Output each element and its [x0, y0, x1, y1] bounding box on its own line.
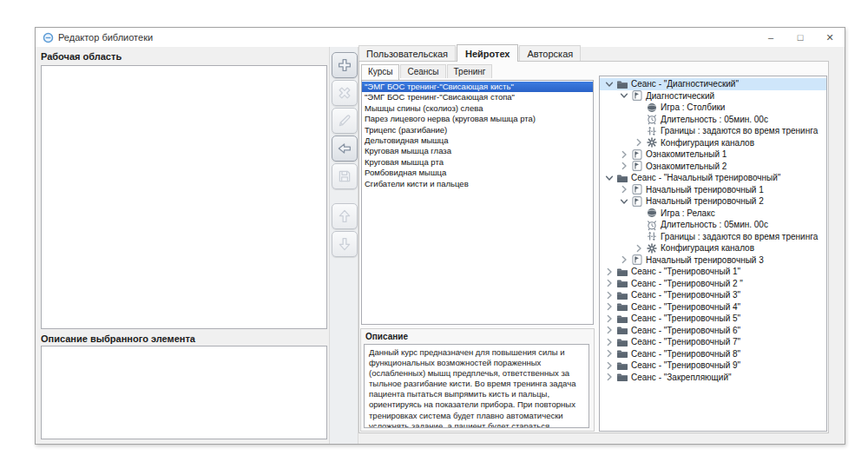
- channels-icon: [645, 242, 659, 254]
- tree-item[interactable]: Границы : задаются во время тренинга: [600, 125, 826, 137]
- tree-item-label: Длительность : 05мин. 00с: [661, 115, 768, 124]
- selected-element-description-label: Описание выбранного элемента: [41, 333, 195, 344]
- tree-item[interactable]: Сеанс - "Тренировочный 6": [600, 325, 826, 337]
- session-icon: [630, 148, 644, 161]
- course-item[interactable]: Сгибатели кисти и пальцев: [362, 179, 593, 189]
- tree-item-label: Сеанс - "Тренировочный 2 ": [631, 279, 743, 288]
- course-item[interactable]: Парез лицевого нерва (круговая мышца рта…: [362, 114, 593, 124]
- tree-item[interactable]: Сеанс - "Тренировочный 8": [600, 348, 826, 360]
- course-item[interactable]: Ромбовидная мышца: [362, 168, 593, 178]
- folder-icon: [615, 372, 629, 384]
- chevron-right-icon[interactable]: [603, 290, 615, 300]
- close-button[interactable]: ✕: [815, 28, 845, 47]
- course-item[interactable]: "ЭМГ БОС тренинг-"Свисающая стопа": [362, 92, 593, 102]
- tree-item[interactable]: Конфигурация каналов: [600, 242, 826, 254]
- folder-icon: [615, 360, 629, 372]
- tree-item[interactable]: Ознакомительный 2: [600, 161, 826, 173]
- tree-item[interactable]: Сеанс - "Диагностический": [600, 78, 826, 90]
- tree-item[interactable]: Границы : задаются во время тренинга: [600, 231, 826, 243]
- chevron-down-icon[interactable]: [603, 79, 615, 89]
- game-icon: [645, 102, 659, 114]
- description-group: Описание Данный курс предназначен для по…: [360, 328, 595, 432]
- tab-neurotech[interactable]: Нейротех: [457, 44, 518, 62]
- tree-item[interactable]: Начальный тренировочный 1: [600, 184, 826, 196]
- tree-item-label: Ознакомительный 2: [646, 162, 727, 171]
- app-icon: [43, 32, 54, 43]
- move-down-button[interactable]: [332, 231, 358, 257]
- tree-item[interactable]: Начальный тренировочный 3: [600, 254, 826, 267]
- chevron-right-icon[interactable]: [603, 372, 615, 382]
- tree-item[interactable]: Сеанс - "Закрепляющий": [600, 372, 826, 384]
- move-left-button[interactable]: [332, 135, 358, 162]
- delete-button[interactable]: [332, 80, 358, 106]
- tree-item[interactable]: Начальный тренировочный 2: [600, 195, 826, 208]
- folder-icon: [615, 336, 629, 348]
- tree-item-label: Конфигурация каналов: [661, 243, 754, 253]
- tree-item[interactable]: Сеанс - "Тренировочный 7": [600, 336, 826, 348]
- tree-item[interactable]: Сеанс - "Тренировочный 9": [600, 360, 826, 372]
- tree-item[interactable]: Конфигурация каналов: [600, 137, 826, 149]
- chevron-right-icon[interactable]: [603, 360, 615, 371]
- tree-item[interactable]: Сеанс - "Начальный тренировочный": [600, 172, 826, 184]
- subtab-training[interactable]: Тренинг: [447, 64, 493, 78]
- course-item[interactable]: Круговая мышца глаза: [362, 146, 593, 156]
- chevron-right-icon[interactable]: [618, 254, 630, 265]
- subtab-sessions[interactable]: Сеансы: [400, 64, 445, 78]
- content-tabs: КурсыСеансыТренинг: [361, 63, 493, 78]
- move-up-button[interactable]: [332, 203, 358, 229]
- course-item[interactable]: Трицепс (разгибание): [362, 125, 593, 135]
- tree-item[interactable]: Сеанс - "Тренировочный 5": [600, 313, 826, 325]
- tree-item[interactable]: Длительность : 05мин. 00с: [600, 219, 826, 231]
- tab-author[interactable]: Авторская: [519, 45, 581, 61]
- tree-item-label: Границы : задаются во время тренинга: [661, 232, 818, 241]
- description-label: Описание: [365, 332, 408, 341]
- chevron-right-icon[interactable]: [618, 161, 630, 171]
- chevron-down-icon[interactable]: [618, 196, 630, 207]
- selected-element-description-area[interactable]: [41, 346, 327, 439]
- tree-item[interactable]: Ознакомительный 1: [600, 148, 826, 161]
- course-item[interactable]: Дельтовидная мышца: [362, 135, 593, 146]
- chevron-down-icon[interactable]: [603, 173, 615, 183]
- chevron-right-icon[interactable]: [603, 325, 615, 335]
- tree-item[interactable]: Сеанс - "Тренировочный 4": [600, 301, 826, 314]
- chevron-right-icon[interactable]: [603, 267, 615, 277]
- arrow-up-icon: [337, 208, 352, 224]
- maximize-button[interactable]: □: [786, 28, 815, 47]
- tree-item[interactable]: Сеанс - "Тренировочный 3": [600, 289, 826, 301]
- tree-item-label: Ознакомительный 1: [646, 149, 727, 159]
- chevron-right-icon[interactable]: [618, 184, 630, 195]
- course-item[interactable]: Мышцы спины (сколиоз) слева: [362, 103, 593, 114]
- tree-item-label: Начальный тренировочный 1: [646, 185, 764, 195]
- add-button[interactable]: [332, 52, 358, 78]
- chevron-right-icon[interactable]: [633, 137, 645, 148]
- tree-item-label: Сеанс - "Тренировочный 7": [631, 337, 740, 346]
- chevron-right-icon[interactable]: [603, 337, 615, 347]
- work-area[interactable]: [41, 65, 327, 329]
- tree-item[interactable]: Сеанс - "Тренировочный 1": [600, 266, 826, 278]
- arrow-left-icon: [337, 141, 352, 156]
- minimize-button[interactable]: –: [756, 28, 786, 47]
- chevron-right-icon[interactable]: [603, 278, 615, 288]
- chevron-right-icon[interactable]: [618, 149, 630, 160]
- work-area-label: Рабочая область: [41, 51, 122, 62]
- folder-icon: [615, 289, 629, 301]
- chevron-right-icon[interactable]: [633, 243, 645, 254]
- subtab-courses[interactable]: Курсы: [361, 64, 399, 80]
- chevron-right-icon[interactable]: [603, 314, 615, 324]
- course-item[interactable]: "ЭМГ БОС тренинг-"Свисающая кисть": [362, 82, 593, 92]
- tree-item[interactable]: Длительность : 05мин. 00с: [600, 114, 826, 126]
- tree-item-label: Сеанс - "Тренировочный 4": [631, 302, 740, 312]
- limits-icon: [645, 125, 659, 137]
- chevron-right-icon[interactable]: [603, 348, 615, 359]
- tree-item[interactable]: Сеанс - "Тренировочный 2 ": [600, 278, 826, 290]
- tree-item[interactable]: Диагностический: [600, 90, 826, 102]
- course-item[interactable]: Круговая мышца рта: [362, 157, 593, 168]
- chevron-right-icon[interactable]: [603, 301, 615, 312]
- tab-user[interactable]: Пользовательская: [358, 45, 456, 61]
- neurotech-tab-page: КурсыСеансыТренинг "ЭМГ БОС тренинг-"Сви…: [358, 61, 829, 433]
- tree-item[interactable]: Игра : Столбики: [600, 102, 826, 114]
- edit-button[interactable]: [332, 108, 358, 134]
- tree-item[interactable]: Игра : Релакс: [600, 208, 826, 220]
- save-button[interactable]: [332, 163, 358, 189]
- chevron-down-icon[interactable]: [618, 90, 630, 101]
